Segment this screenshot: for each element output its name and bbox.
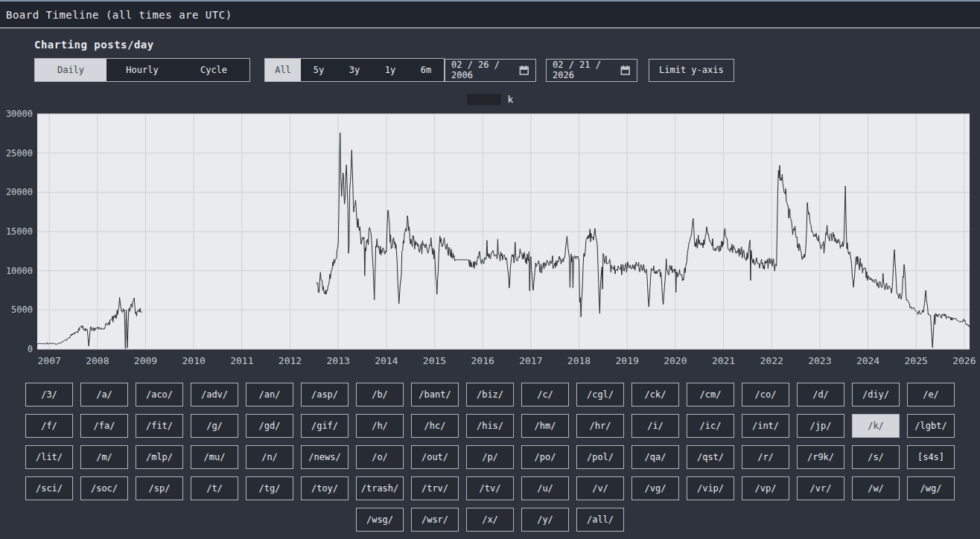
board-button-sp[interactable]: /sp/ — [136, 476, 183, 500]
board-button-gif[interactable]: /gif/ — [301, 414, 349, 438]
board-button-asp[interactable]: /asp/ — [301, 383, 349, 406]
range-option-6m[interactable]: 6m — [408, 59, 444, 81]
board-button-fit[interactable]: /fit/ — [136, 414, 183, 438]
board-button-3[interactable]: /3/ — [25, 383, 73, 406]
board-button-y[interactable]: /y/ — [521, 508, 569, 532]
board-button-bant[interactable]: /bant/ — [411, 383, 459, 406]
board-button-s[interactable]: /s/ — [852, 445, 900, 469]
board-button-soc[interactable]: /soc/ — [80, 476, 128, 500]
board-button-c[interactable]: /c/ — [521, 383, 569, 406]
board-button-an[interactable]: /an/ — [246, 383, 293, 406]
frequency-option-hourly[interactable]: Hourly — [106, 59, 178, 81]
board-button-tv[interactable]: /tv/ — [466, 476, 514, 500]
board-row-4: /sci//soc//sp//t//tg//toy//trash//trv//t… — [25, 476, 955, 500]
board-button-wsr[interactable]: /wsr/ — [411, 508, 459, 532]
board-button-vr[interactable]: /vr/ — [797, 476, 844, 500]
board-button-u[interactable]: /u/ — [521, 476, 569, 500]
range-option-5y[interactable]: 5y — [301, 59, 337, 81]
x-tick-label: 2023 — [808, 355, 831, 366]
x-tick-label: 2014 — [375, 355, 398, 366]
y-tick-label: 10000 — [6, 266, 33, 276]
board-button-w[interactable]: /w/ — [852, 476, 900, 500]
board-button-qst[interactable]: /qst/ — [687, 445, 734, 469]
board-button-trash[interactable]: /trash/ — [356, 476, 404, 500]
board-button-g[interactable]: /g/ — [191, 414, 238, 438]
board-button-all[interactable]: /all/ — [576, 508, 624, 532]
board-button-out[interactable]: /out/ — [411, 445, 459, 469]
board-button-pol[interactable]: /pol/ — [576, 445, 624, 469]
board-button-wg[interactable]: /wg/ — [907, 476, 955, 500]
board-button-his[interactable]: /his/ — [466, 414, 514, 438]
range-option-all[interactable]: All — [265, 59, 301, 81]
board-button-b[interactable]: /b/ — [356, 383, 404, 406]
board-selector-grid: /3//a//aco//adv//an//asp//b//bant//biz//… — [25, 383, 955, 532]
board-button-m[interactable]: /m/ — [80, 445, 128, 469]
limit-y-axis-button[interactable]: Limit y-axis — [649, 59, 734, 82]
board-button-k[interactable]: /k/ — [852, 414, 900, 438]
board-button-tg[interactable]: /tg/ — [246, 476, 293, 500]
board-button-toy[interactable]: /toy/ — [301, 476, 349, 500]
board-button-e[interactable]: /e/ — [907, 383, 955, 406]
board-button-vip[interactable]: /vip/ — [687, 476, 734, 500]
board-button-co[interactable]: /co/ — [742, 383, 789, 406]
board-button-fa[interactable]: /fa/ — [80, 414, 128, 438]
board-button-ic[interactable]: /ic/ — [687, 414, 734, 438]
board-button-hc[interactable]: /hc/ — [411, 414, 459, 438]
board-button-n[interactable]: /n/ — [246, 445, 293, 469]
x-tick-label: 2017 — [519, 355, 542, 366]
board-button-o[interactable]: /o/ — [356, 445, 404, 469]
range-option-1y[interactable]: 1y — [372, 59, 408, 81]
board-button-a[interactable]: /a/ — [80, 383, 128, 406]
board-button-r[interactable]: /r/ — [742, 445, 789, 469]
board-button-mu[interactable]: /mu/ — [191, 445, 238, 469]
board-button-d[interactable]: /d/ — [797, 383, 844, 406]
board-button-p[interactable]: /p/ — [466, 445, 514, 469]
posts-per-day-chart[interactable]: 0500010000150002000025000300002007200820… — [0, 106, 980, 371]
board-button-ck[interactable]: /ck/ — [631, 383, 679, 406]
board-button-mlp[interactable]: /mlp/ — [136, 445, 183, 469]
board-button-news[interactable]: /news/ — [301, 445, 349, 469]
date-from-input[interactable]: 02 / 26 / 2006 — [445, 59, 536, 82]
x-tick-label: 2008 — [86, 355, 109, 366]
board-button-vg[interactable]: /vg/ — [631, 476, 679, 500]
date-to-input[interactable]: 02 / 21 / 2026 — [546, 59, 637, 82]
board-button-vp[interactable]: /vp/ — [742, 476, 789, 500]
range-toggle-group: All5y3y1y6m — [264, 58, 445, 82]
board-button-lit[interactable]: /lit/ — [25, 445, 73, 469]
x-tick-label: 2011 — [230, 355, 253, 366]
frequency-option-daily[interactable]: Daily — [35, 59, 106, 81]
frequency-toggle-group: DailyHourlyCycle — [34, 58, 250, 82]
board-button-po[interactable]: /po/ — [521, 445, 569, 469]
board-button-h[interactable]: /h/ — [356, 414, 404, 438]
board-button-lgbt[interactable]: /lgbt/ — [907, 414, 955, 438]
range-option-3y[interactable]: 3y — [337, 59, 372, 81]
x-tick-label: 2022 — [760, 355, 783, 366]
board-button-adv[interactable]: /adv/ — [191, 383, 238, 406]
board-button-wsg[interactable]: /wsg/ — [356, 508, 404, 532]
chart-legend: k — [0, 93, 980, 105]
board-button-cm[interactable]: /cm/ — [687, 383, 734, 406]
x-tick-label: 2021 — [712, 355, 735, 366]
board-button-i[interactable]: /i/ — [631, 414, 679, 438]
frequency-option-cycle[interactable]: Cycle — [178, 59, 249, 81]
board-button-f[interactable]: /f/ — [25, 414, 73, 438]
board-button-int[interactable]: /int/ — [742, 414, 789, 438]
board-button-t[interactable]: /t/ — [191, 476, 238, 500]
board-button-biz[interactable]: /biz/ — [466, 383, 514, 406]
board-button-trv[interactable]: /trv/ — [411, 476, 459, 500]
board-button-sci[interactable]: /sci/ — [25, 476, 73, 500]
board-button-cgl[interactable]: /cgl/ — [576, 383, 624, 406]
board-button-jp[interactable]: /jp/ — [797, 414, 844, 438]
board-button-diy[interactable]: /diy/ — [852, 383, 900, 406]
board-button-hr[interactable]: /hr/ — [576, 414, 624, 438]
y-tick-label: 30000 — [6, 109, 33, 119]
board-button-r9k[interactable]: /r9k/ — [797, 445, 844, 469]
board-button-s4s[interactable]: [s4s] — [907, 445, 955, 469]
board-button-qa[interactable]: /qa/ — [631, 445, 679, 469]
board-button-x[interactable]: /x/ — [466, 508, 514, 532]
board-button-aco[interactable]: /aco/ — [136, 383, 183, 406]
y-tick-label: 20000 — [6, 187, 33, 197]
board-button-hm[interactable]: /hm/ — [521, 414, 569, 438]
board-button-v[interactable]: /v/ — [576, 476, 624, 500]
board-button-gd[interactable]: /gd/ — [246, 414, 293, 438]
